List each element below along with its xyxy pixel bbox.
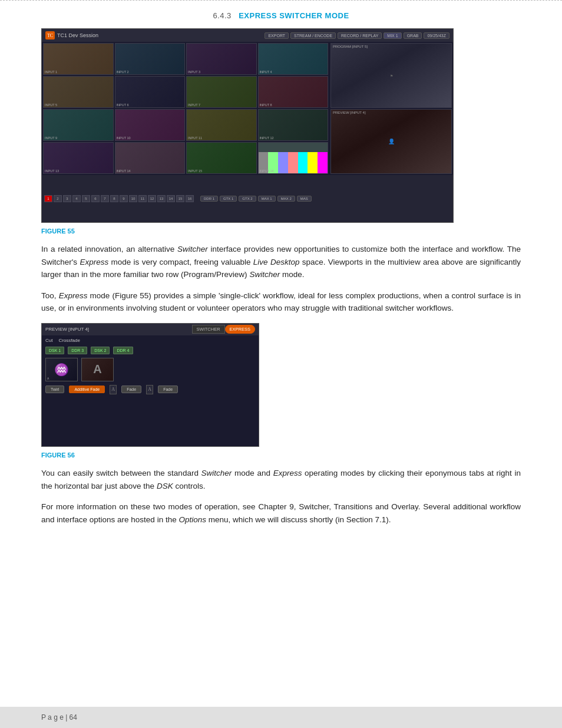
paragraph1: In a related innovation, an alternative …: [41, 243, 521, 281]
fig56-dsk2[interactable]: DSK 2: [91, 347, 110, 354]
fig56-fade2-btn[interactable]: Fade: [158, 386, 178, 393]
multiview-cell-13: INPUT 13: [43, 142, 114, 174]
fig56-thumbnails: ♒ A A: [45, 358, 255, 381]
fig55-dsk-btns: DDR 1 GTX 1 GTX 2 MAX 1 MAX 2 MAS: [200, 196, 312, 202]
fig55-num-5: 5: [82, 195, 90, 202]
italic-switcher-2: Switcher: [249, 270, 280, 279]
fig55-title: TC1 Dev Session: [57, 32, 262, 38]
fig56-thumb-label-1: A: [47, 377, 49, 380]
cell-label-14: INPUT 14: [117, 169, 131, 173]
fig55-topbar: TC TC1 Dev Session EXPORT STREAM / ENCOD…: [42, 29, 453, 42]
multiview-cell-15: INPUT 15: [186, 142, 257, 174]
fig56-thumb-1: ♒ A: [45, 358, 78, 381]
italic-express-3: Express: [273, 469, 302, 477]
fig55-number-row: 1 2 3 4 5 6 7 8 9 10 11 12 13 14: [44, 195, 194, 202]
fig55-mas: MAS: [297, 196, 312, 202]
fig55-num-16: 16: [186, 195, 194, 202]
fig56-tab-switcher[interactable]: SWITCHER: [192, 325, 225, 334]
fig55-num-13: 13: [157, 195, 166, 202]
fig55-num-8: 8: [110, 195, 118, 202]
main-content: 6.4.3 EXPRESS SWITCHER MODE TC TC1 Dev S…: [0, 1, 562, 707]
fig55-bottom-controls: 1 2 3 4 5 6 7 8 9 10 11 12 13 14: [42, 175, 453, 222]
italic-express-1: Express: [80, 258, 108, 266]
fig56-crossfade-label: Crossfade: [58, 338, 80, 343]
cell-label-16: INPUT 16: [260, 169, 274, 173]
fig55-num-12: 12: [148, 195, 156, 202]
italic-switcher-3: Switcher: [201, 469, 232, 477]
cell-label-1: INPUT 1: [45, 70, 57, 74]
fig55-gtx2: GTX 2: [239, 196, 256, 202]
cell-label-8: INPUT 8: [260, 103, 272, 107]
paragraph2: Too, Express mode (Figure 55) provides a…: [41, 289, 521, 315]
multiview-cell-16: INPUT 16: [258, 142, 329, 174]
fig56-dsk-row: DSK 1 DDR 3 DSK 2 DDR 4: [45, 347, 255, 354]
page: 6.4.3 EXPRESS SWITCHER MODE TC TC1 Dev S…: [0, 0, 562, 728]
multiview-cell-8: INPUT 8: [258, 76, 329, 108]
fig55-max2: MAX 2: [277, 196, 295, 202]
italic-options: Options: [178, 515, 206, 524]
fig55-program-label: PROGRAM [INPUT 5]: [333, 45, 368, 48]
cell-label-4: INPUT 4: [260, 70, 272, 74]
fig55-btn-mix: MIX 1: [384, 32, 401, 39]
fig55-num-7: 7: [101, 195, 109, 202]
figure56-image: PREVIEW [INPUT 4] SWITCHER EXPRESS Cut: [41, 323, 259, 447]
cell-label-7: INPUT 7: [188, 103, 200, 107]
italic-dsk: DSK: [157, 482, 173, 490]
fig55-gtx1: GTX 1: [220, 196, 237, 202]
fig55-preview-label: PREVIEW [INPUT 4]: [333, 111, 366, 114]
fig56-dsk1[interactable]: DSK 1: [45, 347, 64, 354]
fig55-btn-grab: GRAB: [404, 32, 422, 39]
fig56-ddr4[interactable]: DDR 4: [113, 347, 133, 354]
multiview-cell-14: INPUT 14: [115, 142, 186, 174]
fig56-ddr3[interactable]: DDR 3: [68, 347, 87, 354]
fig55-preview: 👤 PREVIEW [INPUT 4]: [330, 109, 452, 174]
fig56-twirl-btn[interactable]: Twirl: [45, 386, 64, 393]
cell-label-2: INPUT 2: [117, 70, 129, 74]
fig55-main: INPUT 1 INPUT 2 INPUT 3 INPUT 4: [42, 42, 453, 175]
fig55-multiview-grid: INPUT 1 INPUT 2 INPUT 3 INPUT 4: [42, 42, 329, 175]
fig55-btn-record: RECORD / REPLAY: [338, 32, 382, 39]
page-number: P a g e | 64: [41, 713, 77, 722]
section-number: 6.4.3: [213, 11, 231, 20]
fig55-num-10: 10: [129, 195, 137, 202]
multiview-cell-9: INPUT 9: [43, 109, 114, 141]
page-footer: P a g e | 64: [0, 707, 562, 728]
cell-label-11: INPUT 11: [188, 136, 202, 140]
fig56-additive-fade-btn[interactable]: Additive Fade: [69, 386, 105, 393]
fig55-max1: MAX 1: [258, 196, 276, 202]
figure56-container: PREVIEW [INPUT 4] SWITCHER EXPRESS Cut: [41, 323, 521, 459]
multiview-cell-2: INPUT 2: [115, 43, 186, 75]
paragraph4: For more information on these two modes …: [41, 500, 521, 526]
fig55-btn-stream: STREAM / ENCODE: [290, 32, 336, 39]
multiview-cell-12: INPUT 12: [258, 109, 329, 141]
fig55-num-14: 14: [167, 195, 175, 202]
cell-label-9: INPUT 9: [45, 136, 57, 140]
fig56-tab-express[interactable]: EXPRESS: [225, 325, 255, 334]
fig56-cut-group: Cut: [45, 338, 52, 343]
fig55-ddr1: DDR 1: [200, 196, 218, 202]
fig56-topbar: PREVIEW [INPUT 4] SWITCHER EXPRESS: [42, 324, 259, 335]
fig56-tabs: SWITCHER EXPRESS: [192, 325, 255, 334]
cell-label-13: INPUT 13: [45, 169, 59, 173]
fig56-main: Cut Crossfade DSK 1 DDR 3 DSK 2 DDR 4: [42, 335, 259, 397]
fig55-buttons: EXPORT STREAM / ENCODE RECORD / REPLAY M…: [265, 32, 449, 39]
fig56-cut-label: Cut: [45, 338, 52, 343]
italic-switcher-1: Switcher: [177, 245, 208, 253]
multiview-cell-7: INPUT 7: [186, 76, 257, 108]
figure55-image: TC TC1 Dev Session EXPORT STREAM / ENCOD…: [41, 28, 454, 223]
fig55-btn-time: 09/25/43Z: [424, 32, 449, 39]
multiview-cell-4: INPUT 4: [258, 43, 329, 75]
figure56-caption: FIGURE 56: [41, 452, 521, 459]
fig55-num-11: 11: [138, 195, 147, 202]
fig56-fade1-btn[interactable]: Fade: [121, 386, 141, 393]
fig56-action-buttons: Twirl Additive Fade A Fade A Fade: [45, 385, 255, 394]
section-title: EXPRESS SWITCHER MODE: [239, 11, 349, 20]
cell-label-12: INPUT 12: [260, 136, 274, 140]
multiview-cell-1: INPUT 1: [43, 43, 114, 75]
figure55-container: TC TC1 Dev Session EXPORT STREAM / ENCOD…: [41, 28, 521, 235]
fig55-num-4: 4: [72, 195, 81, 202]
fig55-logo: TC: [45, 31, 55, 39]
fig55-num-9: 9: [120, 195, 128, 202]
multiview-cell-6: INPUT 6: [115, 76, 186, 108]
fig56-cut-crossfade-row: Cut Crossfade: [45, 338, 255, 343]
